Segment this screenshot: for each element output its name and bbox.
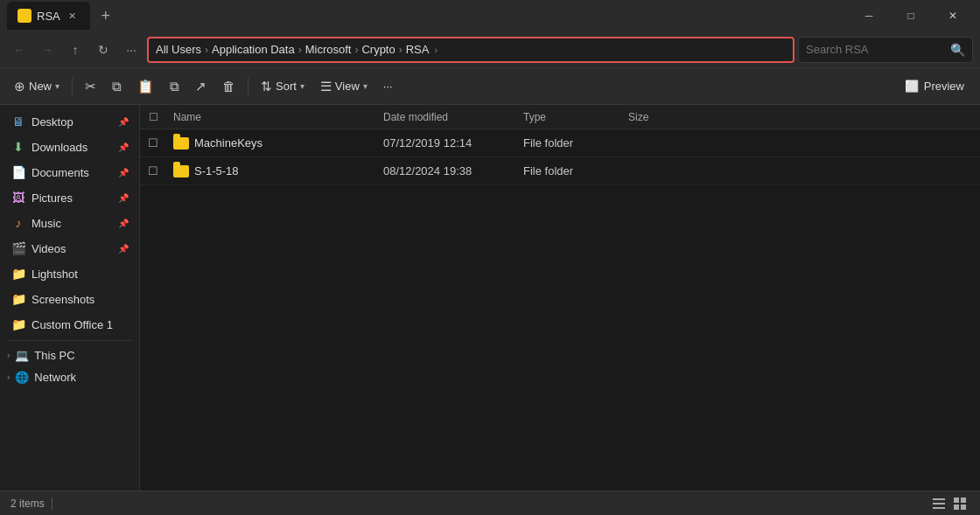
more-nav-button[interactable]: ··· (119, 38, 144, 62)
pin-icon-videos: 📌 (118, 244, 129, 254)
screenshots-folder-icon: 📁 (10, 291, 26, 307)
file-row-machinekeys[interactable]: ☐ MachineKeys 07/12/2019 12:14 File fold… (140, 129, 980, 157)
clone-button[interactable]: ⧉ (163, 73, 186, 100)
window-controls: ─ □ ✕ (849, 2, 973, 30)
details-view-button[interactable] (950, 494, 970, 513)
sidebar-item-documents[interactable]: 📄 Documents 📌 (4, 160, 136, 184)
sidebar-label-music: Music (32, 217, 61, 230)
file-date-machinekeys: 07/12/2019 12:14 (376, 136, 516, 150)
sidebar-item-desktop[interactable]: 🖥 Desktop 📌 (4, 109, 136, 134)
sidebar-item-videos[interactable]: 🎬 Videos 📌 (4, 236, 136, 261)
toolbar: ⊕ New ▾ ✂ ⧉ 📋 ⧉ ↗ 🗑 ⇅ Sort ▾ ☰ View ▾ ··… (0, 68, 980, 105)
col-header-name[interactable]: Name (166, 105, 376, 129)
file-list-header: ☐ Name Date modified Type Size (140, 105, 980, 129)
refresh-button[interactable]: ↻ (91, 38, 116, 62)
preview-button[interactable]: ⬜ Preview (896, 76, 973, 96)
check-box-s1518: ☐ (148, 164, 158, 177)
search-icon: 🔍 (950, 43, 965, 57)
check-box-machinekeys: ☐ (148, 136, 158, 150)
svg-rect-2 (933, 507, 945, 509)
delete-button[interactable]: 🗑 (215, 73, 242, 100)
folder-icon-machinekeys (173, 137, 189, 150)
pc-icon: 💻 (15, 349, 29, 362)
new-chevron-icon: ▾ (55, 81, 60, 91)
active-tab[interactable]: RSA ✕ (7, 2, 90, 30)
file-type-s1518: File folder (516, 164, 621, 177)
details-view-icon (954, 498, 966, 510)
more-toolbar-button[interactable]: ··· (376, 73, 400, 100)
sidebar-item-pictures[interactable]: 🖼 Pictures 📌 (4, 185, 136, 210)
sidebar-divider-1 (7, 340, 132, 341)
sidebar-item-thispc[interactable]: › 💻 This PC (0, 344, 139, 366)
sidebar-item-music[interactable]: ♪ Music 📌 (4, 211, 136, 235)
svg-rect-1 (933, 503, 945, 505)
maximize-button[interactable]: □ (891, 2, 931, 30)
file-check-s1518[interactable]: ☐ (140, 164, 166, 177)
file-name-s1518: S-1-5-18 (166, 164, 376, 177)
videos-icon: 🎬 (10, 240, 26, 256)
file-check-machinekeys[interactable]: ☐ (140, 136, 166, 150)
search-input[interactable] (806, 43, 945, 56)
view-label: View (335, 80, 360, 93)
clone-icon: ⧉ (170, 79, 179, 94)
sidebar-item-screenshots[interactable]: 📁 Screenshots (4, 287, 136, 311)
sidebar-item-customoffice[interactable]: 📁 Custom Office 1 (4, 312, 136, 337)
search-box: 🔍 (798, 37, 973, 63)
address-breadcrumb[interactable]: All Users › Application Data › Microsoft… (147, 37, 794, 63)
view-button[interactable]: ☰ View ▾ (313, 73, 374, 100)
minimize-button[interactable]: ─ (849, 2, 889, 30)
breadcrumb-crypto[interactable]: Crypto (361, 43, 395, 56)
col-header-check[interactable]: ☐ (140, 105, 166, 129)
sidebar-label-customoffice: Custom Office 1 (32, 318, 113, 331)
preview-icon: ⬜ (905, 80, 919, 93)
col-header-date[interactable]: Date modified (376, 105, 516, 129)
thispc-expand-icon: › (7, 351, 10, 360)
sidebar-item-lightshot[interactable]: 📁 Lightshot (4, 261, 136, 286)
col-header-type[interactable]: Type (516, 105, 621, 129)
breadcrumb-allusers[interactable]: All Users (156, 43, 201, 56)
share-button[interactable]: ↗ (188, 73, 214, 100)
share-icon: ↗ (195, 79, 206, 94)
sidebar: 🖥 Desktop 📌 ⬇ Downloads 📌 📄 Documents 📌 … (0, 105, 140, 491)
new-icon: ⊕ (14, 79, 25, 94)
pin-icon-desktop: 📌 (118, 117, 129, 127)
network-icon: 🌐 (15, 371, 29, 384)
list-view-icon (933, 498, 945, 510)
breadcrumb-sep-1: › (205, 44, 208, 56)
pin-icon-downloads: 📌 (118, 143, 129, 152)
breadcrumb-appdata[interactable]: Application Data (212, 43, 295, 56)
copy-button[interactable]: ⧉ (105, 73, 129, 100)
breadcrumb-rsa[interactable]: RSA (406, 43, 430, 56)
back-button[interactable]: ← (7, 38, 32, 62)
breadcrumb-microsoft[interactable]: Microsoft (305, 43, 352, 56)
paste-button[interactable]: 📋 (130, 73, 161, 100)
sidebar-label-desktop: Desktop (32, 115, 74, 129)
sort-button[interactable]: ⇅ Sort ▾ (254, 73, 312, 100)
file-row-s1518[interactable]: ☐ S-1-5-18 08/12/2024 19:38 File folder (140, 157, 980, 185)
sidebar-item-downloads[interactable]: ⬇ Downloads 📌 (4, 135, 136, 159)
copy-icon: ⧉ (112, 79, 122, 94)
check-box-header: ☐ (149, 111, 158, 123)
new-button[interactable]: ⊕ New ▾ (7, 73, 66, 100)
folder-icon-s1518 (173, 165, 189, 177)
pictures-icon: 🖼 (10, 190, 26, 205)
sort-label: Sort (276, 80, 297, 93)
file-label-machinekeys: MachineKeys (194, 136, 262, 150)
status-separator (52, 498, 52, 510)
svg-rect-4 (961, 498, 966, 503)
col-header-size[interactable]: Size (621, 105, 691, 129)
close-button[interactable]: ✕ (933, 2, 973, 30)
up-button[interactable]: ↑ (63, 38, 88, 62)
lightshot-folder-icon: 📁 (10, 266, 26, 282)
col-name-label: Name (173, 111, 201, 123)
list-view-button[interactable] (929, 494, 948, 513)
cut-button[interactable]: ✂ (78, 73, 103, 100)
forward-button[interactable]: → (35, 38, 60, 62)
address-bar-row: ← → ↑ ↻ ··· All Users › Application Data… (0, 31, 980, 68)
title-bar: RSA ✕ + ─ □ ✕ (0, 0, 980, 31)
sidebar-label-network: Network (34, 371, 76, 384)
sidebar-item-network[interactable]: › 🌐 Network (0, 366, 139, 388)
status-bar: 2 items (0, 491, 980, 515)
new-tab-button[interactable]: + (94, 3, 118, 28)
tab-close-button[interactable]: ✕ (66, 9, 80, 23)
